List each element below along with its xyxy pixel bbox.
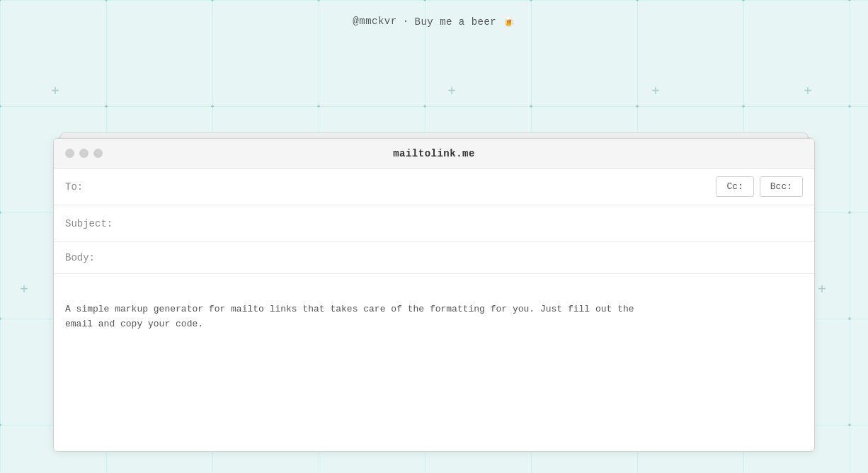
to-input[interactable] [118,181,716,193]
subject-label: Subject: [65,218,118,229]
crosshair-decoration: + [447,85,456,99]
body-content [54,302,814,402]
email-form: To: Cc: Bcc: Subject: Body: [54,169,814,402]
subject-row: Subject: [54,205,814,242]
body-row: Body: [54,242,814,274]
separator: · [403,16,409,27]
cta-text[interactable]: Buy me a beer 🍺 [415,16,515,28]
traffic-lights [65,149,103,158]
subject-input[interactable] [118,218,803,229]
to-label: To: [65,181,118,193]
minimize-button[interactable] [79,149,88,158]
crosshair-decoration: + [20,283,28,297]
to-row: To: Cc: Bcc: [54,169,814,205]
bcc-button[interactable]: Bcc: [760,176,803,197]
window-title: mailtolink.me [393,148,475,159]
top-bar: @mmckvr · Buy me a beer 🍺 [0,0,868,42]
title-bar: mailtolink.me [54,139,814,169]
crosshair-decoration: + [804,85,812,99]
body-textarea[interactable] [65,302,803,387]
body-label: Body: [65,252,118,263]
crosshair-decoration: + [818,283,826,297]
close-button[interactable] [65,149,74,158]
crosshair-decoration: + [51,85,59,99]
twitter-handle: @mmckvr [353,16,396,27]
maximize-button[interactable] [93,149,103,158]
to-row-buttons: Cc: Bcc: [716,176,803,197]
crosshair-decoration: + [651,85,660,99]
browser-window: mailtolink.me To: Cc: Bcc: Subject: Body… [53,138,815,452]
cc-button[interactable]: Cc: [716,176,753,197]
